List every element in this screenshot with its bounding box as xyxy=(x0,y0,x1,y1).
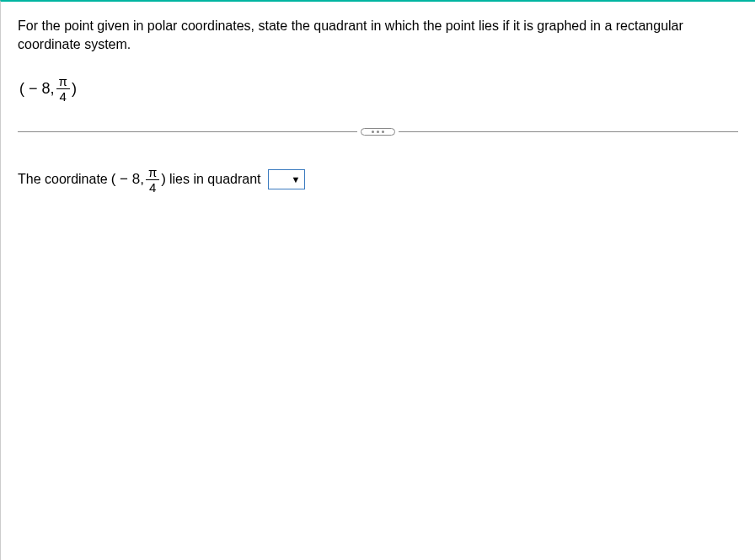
divider-line-left xyxy=(18,131,357,132)
coord-fraction: π 4 xyxy=(56,75,70,103)
question-prompt: For the point given in polar coordinates… xyxy=(18,17,738,55)
fraction-numerator: π xyxy=(56,75,70,89)
answer-coord-prefix: ( − 8, xyxy=(111,171,144,188)
answer-statement: The coordinate ( − 8, π 4 ) lies in quad… xyxy=(18,166,738,194)
answer-fraction-numerator: π xyxy=(146,166,159,180)
dot-icon xyxy=(372,131,374,133)
quadrant-dropdown[interactable]: ▼ xyxy=(268,169,305,189)
expand-button[interactable] xyxy=(361,128,395,136)
answer-coordinate: ( − 8, π 4 ) xyxy=(111,166,166,194)
dot-icon xyxy=(377,131,379,133)
coord-suffix: ) xyxy=(72,80,77,98)
polar-coordinate-display: ( − 8, π 4 ) xyxy=(19,75,77,103)
answer-coord-suffix: ) xyxy=(161,171,166,188)
answer-text-after: lies in quadrant xyxy=(169,172,261,187)
section-divider xyxy=(18,128,738,136)
answer-coord-fraction: π 4 xyxy=(146,166,159,194)
coord-prefix: ( − 8, xyxy=(19,80,55,98)
question-container: For the point given in polar coordinates… xyxy=(1,2,755,209)
divider-line-right xyxy=(399,131,738,132)
chevron-down-icon: ▼ xyxy=(292,174,301,184)
fraction-denominator: 4 xyxy=(57,89,69,103)
dot-icon xyxy=(382,131,384,133)
answer-fraction-denominator: 4 xyxy=(147,180,158,194)
answer-text-before: The coordinate xyxy=(18,172,108,187)
